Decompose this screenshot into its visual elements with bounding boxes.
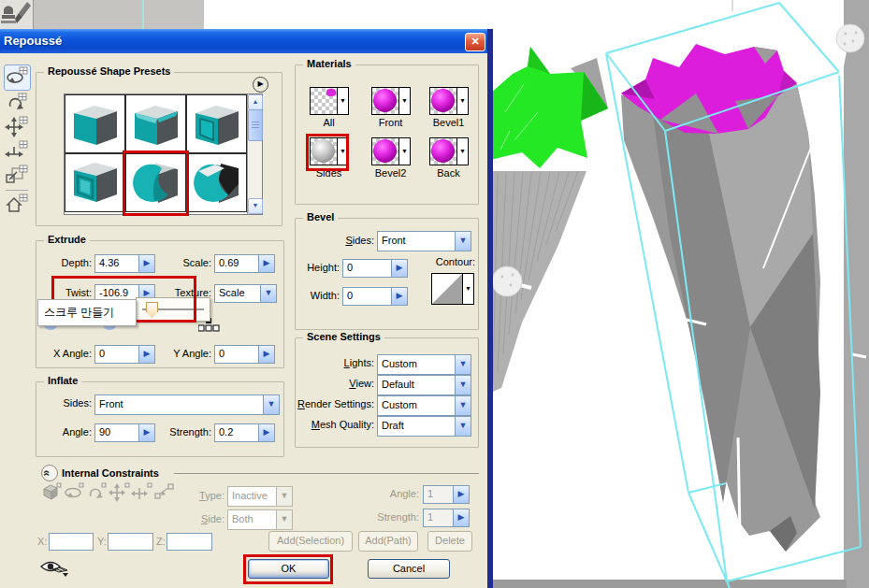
chevron-down-icon[interactable]: ▼ bbox=[276, 487, 292, 506]
render-settings-select[interactable]: Custom▼ bbox=[377, 395, 471, 416]
material-bevel2[interactable]: ▼ bbox=[371, 137, 411, 165]
delete-button[interactable]: Delete bbox=[427, 531, 472, 552]
chevron-down-icon[interactable]: ▼ bbox=[455, 232, 471, 251]
chevron-down-icon[interactable]: ▼ bbox=[276, 510, 292, 529]
material-menu-icon[interactable]: ▼ bbox=[457, 137, 469, 165]
tool-mesh-pan[interactable] bbox=[4, 116, 29, 140]
material-menu-icon[interactable]: ▼ bbox=[457, 87, 469, 115]
inflate-angle-label: Angle: bbox=[36, 426, 92, 437]
clone-stamp-icon[interactable] bbox=[0, 0, 33, 29]
material-back[interactable]: ▼ bbox=[429, 137, 469, 165]
scrollbar-thumb[interactable] bbox=[248, 109, 263, 141]
chevron-down-icon[interactable]: ▼ bbox=[260, 285, 276, 302]
dialog-titlebar[interactable]: Repoussé ✕ bbox=[0, 29, 487, 53]
constraint-strength-field[interactable]: 1▶ bbox=[423, 509, 470, 527]
material-menu-icon[interactable]: ▼ bbox=[399, 137, 411, 165]
light-widget-top[interactable] bbox=[836, 24, 864, 76]
constraint-slide-icon[interactable] bbox=[131, 481, 153, 502]
constraint-pan-icon[interactable] bbox=[109, 481, 131, 502]
preset-thumb-extrude[interactable] bbox=[65, 94, 125, 153]
slider-popup-icon[interactable]: ▶ bbox=[258, 346, 274, 363]
scale-field[interactable]: 0.69▶ bbox=[214, 254, 275, 273]
scroll-down-icon[interactable]: ▼ bbox=[248, 198, 263, 214]
tool-mesh-rotate[interactable] bbox=[4, 65, 31, 91]
constraint-type-select[interactable]: Inactive▼ bbox=[227, 486, 293, 507]
material-bevel1[interactable]: ▼ bbox=[429, 87, 469, 115]
y-angle-field[interactable]: 0▶ bbox=[214, 345, 275, 364]
x-field[interactable] bbox=[49, 533, 94, 551]
preset-thumb-bevel[interactable] bbox=[125, 94, 186, 153]
cancel-button[interactable]: Cancel bbox=[368, 559, 450, 579]
material-menu-icon[interactable]: ▼ bbox=[338, 137, 349, 165]
z-field[interactable] bbox=[167, 533, 212, 551]
constraint-side-select[interactable]: Both▼ bbox=[227, 509, 293, 530]
slider-popup-icon[interactable]: ▶ bbox=[391, 288, 407, 305]
preset-thumb-inset-frame[interactable] bbox=[186, 94, 247, 153]
add-selection-button[interactable]: Add(Selection) bbox=[268, 531, 353, 552]
y-field[interactable] bbox=[108, 533, 153, 551]
mesh-quality-select[interactable]: Draft▼ bbox=[377, 416, 471, 437]
inflate-sides-select[interactable]: Front▼ bbox=[94, 394, 280, 415]
contour-picker[interactable]: ▼ bbox=[431, 273, 474, 305]
slider-popup-icon[interactable]: ▶ bbox=[138, 424, 154, 441]
constraint-roll-icon[interactable] bbox=[86, 481, 109, 502]
add-path-button[interactable]: Add(Path) bbox=[358, 531, 418, 552]
green-star-object[interactable] bbox=[490, 47, 608, 393]
collapse-section-icon[interactable]: « bbox=[41, 465, 58, 481]
close-icon[interactable]: ✕ bbox=[465, 33, 485, 51]
bevel-sides-select[interactable]: Front▼ bbox=[377, 231, 471, 251]
depth-field[interactable]: 4.36▶ bbox=[94, 254, 155, 273]
presets-scrollbar[interactable]: ▲ ▼ bbox=[247, 94, 262, 214]
tool-return-home[interactable] bbox=[4, 194, 29, 218]
view-select[interactable]: Default▼ bbox=[377, 375, 471, 395]
slider-popup-icon[interactable]: ▶ bbox=[453, 486, 469, 503]
chevron-down-icon[interactable]: ▼ bbox=[455, 355, 471, 374]
material-sides[interactable]: ▼ bbox=[310, 137, 349, 165]
slider-popup-icon[interactable]: ▶ bbox=[258, 424, 274, 441]
slider-popup-icon[interactable]: ▶ bbox=[453, 509, 469, 526]
constraint-cube-icon[interactable] bbox=[41, 481, 64, 502]
view-label: View: bbox=[296, 378, 374, 389]
canvas-3d-viewport[interactable] bbox=[490, 0, 869, 588]
slider-popup-icon[interactable]: ▶ bbox=[258, 255, 274, 272]
lights-select[interactable]: Custom▼ bbox=[377, 354, 471, 375]
constraint-rotate-icon[interactable] bbox=[64, 481, 86, 502]
slider-popup-icon[interactable]: ▶ bbox=[391, 260, 407, 277]
inflate-group-title: Inflate bbox=[44, 375, 81, 386]
material-all[interactable]: ▼ bbox=[310, 87, 349, 115]
texture-select[interactable]: Scale▼ bbox=[214, 284, 277, 303]
bevel-width-field[interactable]: 0▶ bbox=[342, 287, 408, 306]
constraint-angle-field[interactable]: 1▶ bbox=[423, 485, 470, 504]
preset-thumb-twist-selected[interactable] bbox=[125, 153, 186, 212]
material-menu-icon[interactable]: ▼ bbox=[399, 87, 411, 115]
twist-slider-popup[interactable] bbox=[136, 297, 210, 322]
x-angle-field[interactable]: 0▶ bbox=[94, 345, 155, 364]
material-menu-icon[interactable]: ▼ bbox=[338, 87, 349, 115]
slider-popup-icon[interactable]: ▶ bbox=[138, 255, 154, 272]
slider-thumb[interactable] bbox=[146, 302, 158, 318]
preset-thumb-round-frame[interactable] bbox=[65, 153, 125, 212]
tool-mesh-slide[interactable] bbox=[4, 140, 29, 165]
chevron-down-icon[interactable]: ▼ bbox=[463, 273, 474, 305]
bevel-height-field[interactable]: 0▶ bbox=[342, 259, 408, 278]
constraint-side-label: Side: bbox=[168, 513, 224, 524]
preset-thumb-inflate[interactable] bbox=[186, 153, 247, 212]
material-front[interactable]: ▼ bbox=[371, 87, 411, 115]
presets-menu-icon[interactable]: ▶ bbox=[253, 77, 268, 93]
chevron-down-icon[interactable]: ▼ bbox=[455, 396, 471, 415]
contour-label: Contour: bbox=[417, 256, 475, 267]
presets-panel: ▲ ▼ bbox=[64, 93, 263, 215]
inflate-strength-field[interactable]: 0.2▶ bbox=[214, 423, 275, 442]
inflate-angle-field[interactable]: 90▶ bbox=[94, 423, 155, 442]
toggle-ground-plane-icon[interactable] bbox=[39, 558, 69, 577]
contour-thumbnail-icon[interactable] bbox=[431, 273, 463, 305]
chevron-down-icon[interactable]: ▼ bbox=[263, 395, 279, 414]
tool-mesh-scale[interactable] bbox=[4, 165, 29, 189]
scroll-up-icon[interactable]: ▲ bbox=[248, 94, 263, 110]
chevron-down-icon[interactable]: ▼ bbox=[455, 376, 471, 394]
tooltip: 스크루 만들기 bbox=[37, 299, 137, 326]
tool-mesh-roll[interactable] bbox=[4, 92, 29, 116]
slider-popup-icon[interactable]: ▶ bbox=[138, 346, 154, 363]
chevron-down-icon[interactable]: ▼ bbox=[455, 417, 471, 436]
ok-button[interactable]: OK bbox=[248, 559, 329, 579]
